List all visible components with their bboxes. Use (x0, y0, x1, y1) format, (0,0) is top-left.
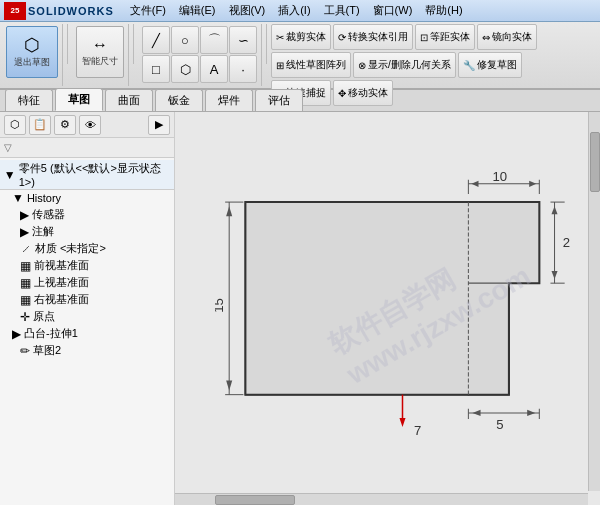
smart-dim-label: 智能尺寸 (82, 55, 118, 68)
tree-item-boss-extrude[interactable]: ▶ 凸台-拉伸1 (0, 325, 174, 342)
tree-material-label: 材质 <未指定> (35, 241, 106, 256)
3d-viewport[interactable]: 软件自学网www.rjzxw.com (175, 112, 600, 505)
tree-item-right-plane[interactable]: ▦ 右视基准面 (0, 291, 174, 308)
linear-pattern-button[interactable]: ⊞ 线性草图阵列 (271, 52, 351, 78)
line-button[interactable]: ╱ (142, 26, 170, 54)
smart-dim-icon: ↔ (92, 37, 108, 53)
panel-toolbar: ⬡ 📋 ⚙ 👁 ▶ (0, 112, 174, 138)
panel-feature-btn[interactable]: ⬡ (4, 115, 26, 135)
relations-icon: ⊗ (358, 60, 366, 71)
tree-item-top-plane[interactable]: ▦ 上视基准面 (0, 274, 174, 291)
tree-item-front-plane[interactable]: ▦ 前视基准面 (0, 257, 174, 274)
toolbar-smart-dim-section: ↔ 智能尺寸 (72, 24, 129, 86)
vertical-scrollbar[interactable] (588, 112, 600, 491)
spline-button[interactable]: ∽ (229, 26, 257, 54)
main-area: ⬡ 📋 ⚙ 👁 ▶ ▽ ▼ 零件5 (默认<<默认>显示状态 1>) ▼ His… (0, 112, 600, 505)
svg-text:7: 7 (414, 423, 421, 438)
tab-feature[interactable]: 特征 (5, 89, 53, 111)
sketch-icon: ✏ (20, 344, 30, 358)
show-relations-button[interactable]: ⊗ 显示/删除几何关系 (353, 52, 456, 78)
svg-text:10: 10 (492, 169, 507, 184)
tree-right-plane-label: 右视基准面 (34, 292, 89, 307)
polygon-button[interactable]: ⬡ (171, 55, 199, 83)
tree-history-label: History (27, 192, 61, 204)
menu-window[interactable]: 窗口(W) (367, 2, 419, 19)
tree-sketch2-label: 草图2 (33, 343, 61, 358)
tree-item-sensors[interactable]: ▶ 传感器 (0, 206, 174, 223)
smart-dimension-button[interactable]: ↔ 智能尺寸 (76, 26, 124, 78)
svg-marker-17 (551, 271, 557, 279)
toolbar-separator-2 (133, 24, 134, 64)
tree-sensors-label: 传感器 (32, 207, 65, 222)
toolbar-draw-section: ╱ ○ ⌒ ∽ □ ⬡ A · (138, 24, 262, 86)
tree-root-icon: ▼ (4, 168, 16, 182)
tree-root-label: 零件5 (默认<<默认>显示状态 1>) (19, 161, 174, 188)
filter-bar: ▽ (0, 138, 174, 158)
convert-icon: ⟳ (338, 32, 346, 43)
tree-annotations-label: 注解 (32, 224, 54, 239)
panel-config-btn[interactable]: ⚙ (54, 115, 76, 135)
tab-sheet-metal[interactable]: 钣金 (155, 89, 203, 111)
tab-weldment[interactable]: 焊件 (205, 89, 253, 111)
pattern-icon: ⊞ (276, 60, 284, 71)
panel-property-btn[interactable]: 📋 (29, 115, 51, 135)
title-bar: 25 SOLIDWORKS 文件(F) 编辑(E) 视图(V) 插入(I) 工具… (0, 0, 600, 22)
svg-text:2: 2 (563, 235, 570, 250)
move-icon: ✥ (338, 88, 346, 99)
offset-entities-button[interactable]: ⊡ 等距实体 (415, 24, 475, 50)
tree-root-item[interactable]: ▼ 零件5 (默认<<默认>显示状态 1>) (0, 160, 174, 190)
tab-evaluate[interactable]: 评估 (255, 89, 303, 111)
menu-insert[interactable]: 插入(I) (272, 2, 316, 19)
svg-marker-31 (472, 410, 480, 416)
feature-tree: ▼ 零件5 (默认<<默认>显示状态 1>) ▼ History ▶ 传感器 ▶… (0, 158, 174, 505)
tree-item-sketch2[interactable]: ✏ 草图2 (0, 342, 174, 359)
repair-sketch-button[interactable]: 🔧 修复草图 (458, 52, 522, 78)
tab-surface[interactable]: 曲面 (105, 89, 153, 111)
arc-button[interactable]: ⌒ (200, 26, 228, 54)
toolbar-edit-section: ✂ 裁剪实体 ⟳ 转换实体引用 ⊡ 等距实体 ⇔ 镜向实体 ⊞ 线性草图阵列 ⊗… (271, 24, 571, 86)
mirror-entities-button[interactable]: ⇔ 镜向实体 (477, 24, 537, 50)
top-plane-icon: ▦ (20, 276, 31, 290)
svg-marker-23 (226, 380, 232, 390)
trim-icon: ✂ (276, 32, 284, 43)
cad-drawing: 10 2 15 7 (215, 132, 590, 485)
menu-tools[interactable]: 工具(T) (318, 2, 366, 19)
point-button[interactable]: · (229, 55, 257, 83)
menu-file[interactable]: 文件(F) (124, 2, 172, 19)
filter-icon: ▽ (4, 142, 12, 153)
svg-text:15: 15 (215, 298, 226, 313)
right-plane-icon: ▦ (20, 293, 31, 307)
tree-item-origin[interactable]: ✛ 原点 (0, 308, 174, 325)
trim-entities-button[interactable]: ✂ 裁剪实体 (271, 24, 331, 50)
tree-origin-label: 原点 (33, 309, 55, 324)
origin-icon: ✛ (20, 310, 30, 324)
svg-marker-11 (529, 181, 536, 187)
toolbar-separator-3 (266, 24, 267, 64)
panel-display-btn[interactable]: 👁 (79, 115, 101, 135)
tree-item-material[interactable]: ⟋ 材质 <未指定> (0, 240, 174, 257)
menu-help[interactable]: 帮助(H) (419, 2, 468, 19)
menu-edit[interactable]: 编辑(E) (173, 2, 222, 19)
horizontal-scrollbar[interactable] (175, 493, 588, 505)
panel-expand-btn[interactable]: ▶ (148, 115, 170, 135)
history-expand-icon: ▼ (12, 191, 24, 205)
draw-tools-grid: ╱ ○ ⌒ ∽ □ ⬡ A · (142, 26, 257, 83)
text-button[interactable]: A (200, 55, 228, 83)
menu-view[interactable]: 视图(V) (223, 2, 272, 19)
repair-icon: 🔧 (463, 60, 475, 71)
convert-entities-button[interactable]: ⟳ 转换实体引用 (333, 24, 413, 50)
tab-bar: 特征 草图 曲面 钣金 焊件 评估 (0, 90, 600, 112)
svg-marker-10 (471, 181, 478, 187)
rect-button[interactable]: □ (142, 55, 170, 83)
move-entities-button[interactable]: ✥ 移动实体 (333, 80, 393, 106)
tree-top-plane-label: 上视基准面 (34, 275, 89, 290)
exit-sketch-button[interactable]: ⬡ 退出草图 (6, 26, 58, 78)
menu-bar: 文件(F) 编辑(E) 视图(V) 插入(I) 工具(T) 窗口(W) 帮助(H… (124, 2, 469, 19)
exit-sketch-label: 退出草图 (14, 56, 50, 69)
circle-button[interactable]: ○ (171, 26, 199, 54)
tree-item-annotations[interactable]: ▶ 注解 (0, 223, 174, 240)
tab-sketch[interactable]: 草图 (55, 88, 103, 111)
feature-tree-panel: ⬡ 📋 ⚙ 👁 ▶ ▽ ▼ 零件5 (默认<<默认>显示状态 1>) ▼ His… (0, 112, 175, 505)
tree-item-history[interactable]: ▼ History (0, 190, 174, 206)
offset-icon: ⊡ (420, 32, 428, 43)
